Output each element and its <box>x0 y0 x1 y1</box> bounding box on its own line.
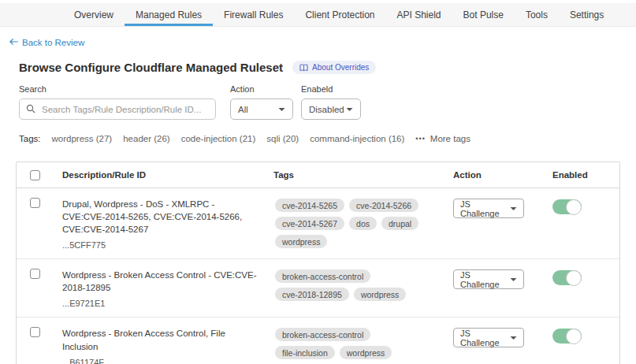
column-header-enabled: Enabled <box>546 170 619 180</box>
enabled-toggle[interactable] <box>552 199 582 214</box>
tag-filter-link[interactable]: command-injection (16) <box>310 134 404 143</box>
action-dropdown[interactable]: JS Challenge <box>453 199 524 218</box>
row-checkbox[interactable] <box>30 198 40 208</box>
tag-pill[interactable]: wordpress <box>354 288 406 301</box>
enabled-filter-label: Enabeld <box>301 84 361 94</box>
table-header-row: Description/Rule ID Tags Action Enabled <box>17 162 619 188</box>
more-tags-label: More tags <box>430 134 470 143</box>
action-dropdown[interactable]: JS Challenge <box>453 269 524 289</box>
enabled-toggle[interactable] <box>552 329 582 344</box>
chevron-down-icon <box>510 206 517 211</box>
tab-tools[interactable]: Tools <box>515 3 559 26</box>
action-dropdown[interactable]: JS Challenge <box>453 328 524 347</box>
rule-tags: cve-2014-5265cve-2014-5266cve-2014-5267d… <box>273 198 453 250</box>
page-header: Browse Configure Cloudflare Managed Rule… <box>19 61 636 74</box>
enabled-filter-group: Enabeld Disabled <box>301 84 361 120</box>
tag-filter-link[interactable]: code-injection (21) <box>181 134 256 143</box>
search-label: Search <box>19 84 216 94</box>
page-title: Browse Configure Cloudflare Managed Rule… <box>19 61 283 74</box>
tag-pill[interactable]: drupal <box>381 217 418 230</box>
action-filter-label: Action <box>230 84 293 94</box>
chevron-down-icon <box>510 336 517 340</box>
tab-managed-rules[interactable]: Managed Rules <box>125 3 213 26</box>
action-dropdown-value: JS Challenge <box>460 270 510 289</box>
toggle-knob <box>566 270 582 286</box>
column-header-tags: Tags <box>273 170 453 180</box>
book-icon <box>299 64 308 72</box>
tag-pill[interactable]: cve-2014-5265 <box>275 199 344 212</box>
select-all-checkbox[interactable] <box>30 170 40 180</box>
tag-pill[interactable]: dos <box>349 217 377 230</box>
about-overrides-label: About Overrides <box>312 63 369 72</box>
rule-description: Wordpress - Broken Access Control - CVE:… <box>62 269 273 294</box>
tab-firewall-rules[interactable]: Firewall Rules <box>213 3 294 26</box>
rule-id: ...B61174F <box>62 358 273 364</box>
tab-bot-pulse[interactable]: Bot Pulse <box>452 3 515 26</box>
tag-pill[interactable]: broken-access-control <box>275 269 370 283</box>
tag-pill[interactable]: wordpress <box>275 235 327 248</box>
rule-description: Wordpress - Broken Access Control, File … <box>62 327 273 352</box>
action-filter-dropdown[interactable]: All <box>230 98 293 120</box>
rule-tags: broken-access-controlcve-2018-12895wordp… <box>273 269 453 308</box>
search-input[interactable] <box>19 98 216 120</box>
more-tags-link[interactable]: ••• More tags <box>415 134 470 143</box>
action-filter-value: All <box>238 105 248 114</box>
action-dropdown-value: JS Challenge <box>460 329 510 347</box>
filter-bar: Search Action All Enabeld Disabled <box>19 84 636 120</box>
back-link-label: Back to Review <box>22 38 84 47</box>
enabled-toggle[interactable] <box>552 270 582 285</box>
top-navigation: OverviewManaged RulesFirewall RulesClien… <box>0 3 636 27</box>
about-overrides-badge[interactable]: About Overrides <box>292 61 376 74</box>
table-row: Drupal, Wordpress - DoS - XMLRPC - CVE:C… <box>17 188 619 258</box>
column-header-description: Description/Rule ID <box>62 170 273 180</box>
tab-overview[interactable]: Overview <box>63 3 125 26</box>
action-dropdown-value: JS Challenge <box>460 199 510 218</box>
toggle-knob <box>566 329 582 344</box>
search-group: Search <box>19 84 216 120</box>
chevron-down-icon <box>346 107 353 112</box>
enabled-filter-value: Disabled <box>309 105 344 114</box>
ellipsis-icon: ••• <box>415 135 425 143</box>
arrow-left-icon <box>9 38 18 47</box>
tag-pill[interactable]: cve-2014-5266 <box>349 199 418 212</box>
rule-id: ...E9721E1 <box>62 299 273 308</box>
tag-filter-link[interactable]: sqli (20) <box>266 134 299 143</box>
table-row: Wordpress - Broken Access Control - CVE:… <box>17 258 619 317</box>
chevron-down-icon <box>278 107 285 112</box>
column-header-action: Action <box>453 170 546 180</box>
tag-pill[interactable]: cve-2018-12895 <box>275 288 349 301</box>
table-row: Wordpress - Broken Access Control, File … <box>17 317 619 364</box>
action-filter-group: Action All <box>230 84 293 120</box>
back-to-review-link[interactable]: Back to Review <box>9 38 84 47</box>
search-icon <box>26 104 35 113</box>
row-checkbox[interactable] <box>30 327 40 337</box>
tag-pill[interactable]: file-inclusion <box>275 346 335 359</box>
tag-filter-link[interactable]: header (26) <box>123 134 169 143</box>
rule-id: ...5CFF775 <box>62 240 273 250</box>
row-checkbox[interactable] <box>30 269 40 279</box>
tab-api-shield[interactable]: API Shield <box>385 3 452 26</box>
tag-pill[interactable]: wordpress <box>340 346 392 359</box>
rule-tags: broken-access-controlfile-inclusionwordp… <box>273 327 453 364</box>
toggle-knob <box>566 199 582 215</box>
tab-settings[interactable]: Settings <box>559 3 615 26</box>
tab-client-protection[interactable]: Client Protection <box>294 3 385 26</box>
tag-pill[interactable]: cve-2014-5267 <box>275 217 344 230</box>
tags-bar: Tags: wordpress (27)header (26)code-inje… <box>19 134 636 143</box>
rules-table: Description/Rule ID Tags Action Enabled … <box>16 162 620 364</box>
rule-description: Drupal, Wordpress - DoS - XMLRPC - CVE:C… <box>62 198 273 236</box>
tag-pill[interactable]: broken-access-control <box>275 328 370 341</box>
tags-bar-label: Tags: <box>19 134 41 143</box>
chevron-down-icon <box>510 277 517 282</box>
tag-filter-link[interactable]: wordpress (27) <box>52 134 113 143</box>
enabled-filter-dropdown[interactable]: Disabled <box>301 98 361 120</box>
